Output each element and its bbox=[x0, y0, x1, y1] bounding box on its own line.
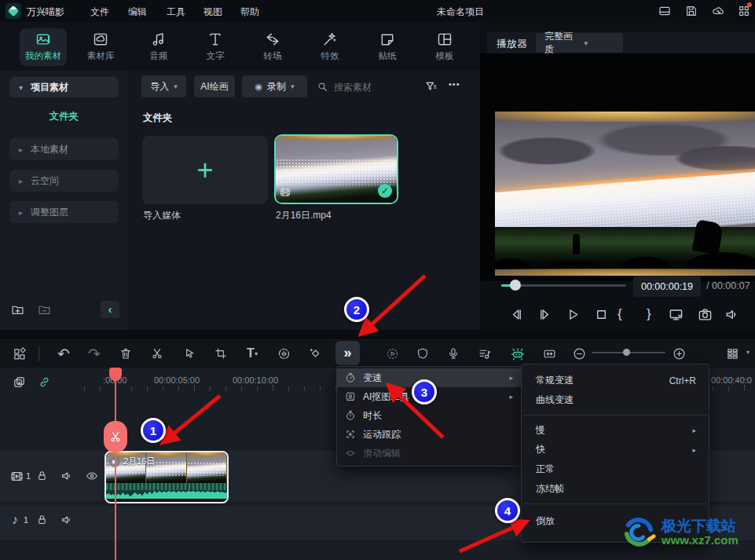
menu-help[interactable]: 帮助 bbox=[240, 5, 259, 19]
speed-menu-item-curve-speed[interactable]: 曲线变速 bbox=[522, 390, 709, 410]
context-menu-item-duration[interactable]: 时长 bbox=[337, 406, 521, 425]
sidebar-item-project-media[interactable]: ▾ 项目素材 bbox=[9, 77, 119, 97]
tab-audio[interactable]: 音频 bbox=[130, 30, 188, 62]
speed-menu-item-slow[interactable]: 慢 ▸ bbox=[522, 420, 709, 440]
redo-button[interactable]: ↷ bbox=[85, 344, 104, 363]
video-preview[interactable] bbox=[495, 112, 755, 276]
crop-button[interactable] bbox=[211, 344, 230, 363]
submenu-arrow-icon: ▸ bbox=[692, 446, 696, 454]
playhead-cut-button[interactable] bbox=[104, 421, 127, 452]
menu-divider bbox=[523, 415, 707, 415]
tab-stock-library[interactable]: 素材库 bbox=[71, 30, 130, 62]
stop-button[interactable] bbox=[594, 307, 609, 322]
mute-track-icon[interactable] bbox=[60, 514, 73, 526]
menu-view[interactable]: 视图 bbox=[203, 5, 222, 19]
speed-menu-item-normal[interactable]: 正常 bbox=[522, 459, 709, 479]
tab-my-media[interactable]: 我的素材 bbox=[14, 30, 72, 62]
folder-section-title: 文件夹 bbox=[143, 112, 173, 125]
remove-folder-icon[interactable] bbox=[38, 303, 51, 317]
watermark-logo-icon bbox=[621, 514, 657, 551]
previous-frame-button[interactable] bbox=[509, 307, 524, 322]
context-menu-item-motion-tracking[interactable]: 运动跟踪 bbox=[337, 425, 521, 444]
render-preview-button[interactable] bbox=[383, 344, 401, 363]
menu-file[interactable]: 文件 bbox=[90, 5, 109, 19]
text-tool-button[interactable]: T▾ bbox=[243, 344, 262, 363]
submenu-arrow-icon: ▸ bbox=[509, 393, 513, 401]
media-clip-thumbnail[interactable]: ✓ bbox=[274, 134, 398, 204]
shortcut-label: Ctrl+R bbox=[669, 375, 696, 386]
speed-menu-item-freeze-frame[interactable]: 冻结帧 bbox=[522, 479, 709, 499]
timeline-clip[interactable]: ▶ 2月16日 bbox=[104, 451, 229, 503]
search-input[interactable]: 搜索素材 bbox=[334, 81, 372, 94]
record-button[interactable]: ◉ 录制 ▾ bbox=[242, 75, 307, 97]
speech-to-text-button[interactable] bbox=[475, 344, 494, 363]
quality-dropdown[interactable]: 完整画质 ▾ bbox=[536, 33, 623, 53]
tracks-caret-icon[interactable]: ▾ bbox=[746, 349, 750, 356]
sidebar-item-cloud-space[interactable]: ▸ 云空间 bbox=[9, 170, 119, 192]
seek-handle[interactable] bbox=[510, 280, 521, 291]
speed-menu-item-uniform-speed[interactable]: 常规变速 Ctrl+R bbox=[522, 371, 709, 390]
tab-transition[interactable]: 转场 bbox=[244, 30, 302, 62]
shield-mark-button[interactable] bbox=[413, 344, 432, 363]
play-button[interactable] bbox=[566, 307, 581, 322]
import-media-tile[interactable]: + bbox=[142, 136, 268, 204]
cloud-export-icon[interactable] bbox=[712, 5, 724, 17]
import-button[interactable]: 导入 ▾ bbox=[141, 75, 186, 97]
clip-file-name: 2月16日.mp4 bbox=[276, 209, 332, 222]
mark-out-button[interactable]: } bbox=[647, 306, 651, 322]
volume-button[interactable] bbox=[724, 307, 739, 322]
select-cursor-button[interactable] bbox=[180, 344, 199, 363]
undo-button[interactable]: ↶ bbox=[54, 344, 73, 363]
link-clips-icon[interactable] bbox=[38, 375, 51, 389]
ai-paint-button[interactable]: AI绘画 bbox=[194, 75, 235, 97]
save-icon[interactable] bbox=[685, 5, 698, 17]
notification-dot bbox=[747, 2, 752, 7]
tab-text[interactable]: 文字 bbox=[186, 30, 244, 62]
lock-track-icon[interactable] bbox=[36, 514, 48, 525]
collapse-sidebar-button[interactable]: ‹ bbox=[101, 301, 119, 318]
snapshot-camera-button[interactable] bbox=[698, 307, 713, 322]
fit-timeline-button[interactable] bbox=[540, 344, 559, 363]
templates-icon bbox=[416, 30, 474, 49]
tab-effects[interactable]: 特效 bbox=[301, 30, 359, 62]
voiceover-mic-button[interactable] bbox=[444, 344, 463, 363]
add-folder-icon[interactable] bbox=[11, 303, 24, 317]
zoom-in-button[interactable] bbox=[669, 344, 688, 363]
ruler-label-40s: 00:00:40:0 bbox=[711, 375, 752, 385]
my-media-icon bbox=[14, 30, 72, 49]
caret-right-icon: ▸ bbox=[19, 145, 23, 154]
layout-icon[interactable] bbox=[658, 5, 671, 17]
hide-track-icon[interactable] bbox=[86, 470, 98, 482]
audio-denoise-button[interactable] bbox=[274, 344, 293, 363]
fullscreen-display-button[interactable] bbox=[669, 307, 684, 322]
zoom-out-button[interactable] bbox=[570, 344, 588, 363]
delete-button[interactable] bbox=[116, 344, 135, 363]
more-options-button[interactable]: ••• bbox=[449, 79, 460, 89]
split-scissors-button[interactable] bbox=[148, 344, 167, 363]
media-blocks-icon[interactable] bbox=[9, 344, 28, 363]
next-frame-button[interactable] bbox=[537, 307, 552, 322]
tab-templates[interactable]: 模板 bbox=[416, 30, 474, 62]
playhead-line[interactable] bbox=[115, 368, 116, 560]
duplicate-icon[interactable] bbox=[13, 375, 26, 389]
keyframe-button[interactable] bbox=[306, 344, 324, 363]
mute-track-icon[interactable] bbox=[60, 470, 73, 482]
sidebar-item-folder-selected[interactable]: 文件夹 bbox=[0, 110, 128, 123]
playhead-handle[interactable] bbox=[109, 368, 122, 381]
context-menu-item-slip-edit: 滑动编辑 bbox=[337, 444, 521, 463]
more-tools-button[interactable]: » bbox=[335, 341, 360, 365]
tab-stickers[interactable]: 贴纸 bbox=[358, 30, 416, 62]
filter-funnel-icon[interactable] bbox=[425, 80, 438, 93]
caret-down-icon: ▾ bbox=[19, 83, 23, 92]
sidebar-item-adjustment-layer[interactable]: ▸ 调整图层 bbox=[9, 201, 119, 223]
lock-track-icon[interactable] bbox=[36, 470, 48, 481]
import-media-label: 导入媒体 bbox=[143, 209, 181, 222]
mark-in-button[interactable]: { bbox=[618, 306, 622, 322]
smart-tool-button[interactable] bbox=[508, 344, 527, 363]
menu-tools[interactable]: 工具 bbox=[167, 5, 185, 19]
menu-edit[interactable]: 编辑 bbox=[128, 5, 147, 19]
timeline-zoom-handle[interactable] bbox=[623, 349, 630, 356]
speed-menu-item-fast[interactable]: 快 ▸ bbox=[522, 440, 709, 459]
sidebar-item-local-media[interactable]: ▸ 本地素材 bbox=[9, 138, 119, 160]
manage-tracks-button[interactable] bbox=[723, 344, 742, 363]
